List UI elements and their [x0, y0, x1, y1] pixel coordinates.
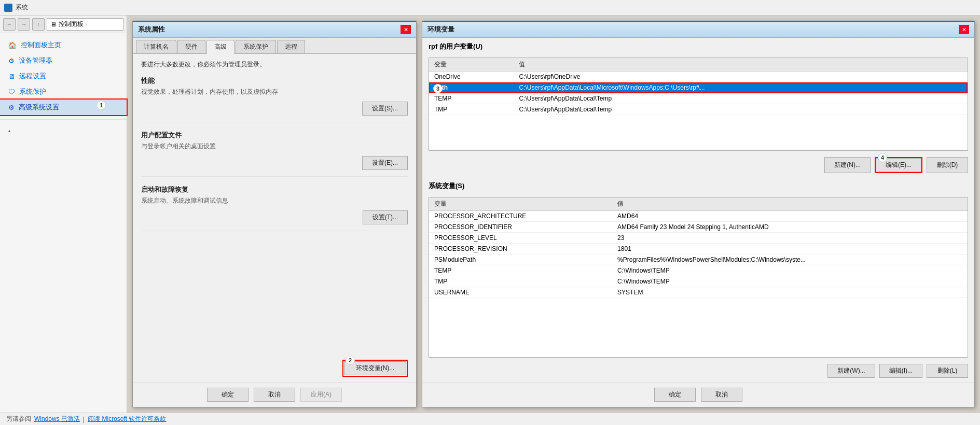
user-profiles-section: 用户配置文件 与登录帐户相关的桌面设置 设置(E)... [141, 131, 408, 177]
sidebar-item-home[interactable]: 🏠 控制面板主页 [0, 37, 127, 53]
title-bar-text: 系统 [16, 3, 28, 12]
user-val-col-header: 值 [514, 58, 968, 72]
title-bar: 系统 [0, 0, 980, 16]
sys-var-col-header: 变量 [429, 197, 612, 211]
table-row[interactable]: USERNAME SYSTEM [429, 287, 968, 298]
tab-advanced[interactable]: 高级 [206, 40, 234, 54]
sidebar-item-device[interactable]: ⚙ 设备管理器 [0, 53, 127, 68]
back-button[interactable]: ← [3, 18, 16, 31]
step1-badge: 1 [96, 101, 106, 110]
edit-button-container: 4 编辑(E)... [875, 157, 922, 173]
sidebar-item-advanced[interactable]: ⚙ 高级系统设置 1 [0, 100, 127, 115]
table-row[interactable]: TEMP C:\Windows\TEMP [429, 265, 968, 276]
env-ok-button[interactable]: 确定 [654, 388, 696, 402]
user-var-temp: TEMP [429, 93, 514, 104]
left-nav-list: 🏠 控制面板主页 ⚙ 设备管理器 🖥 远程设置 🛡 系统保护 ⚙ 高级系统设置 … [0, 33, 127, 144]
sys-delete-button[interactable]: 删除(L) [927, 364, 968, 378]
user-val-path: C:\Users\rpf\AppData\Local\Microsoft\Win… [514, 82, 968, 93]
table-row[interactable]: PROCESSOR_ARCHITECTURE AMD64 [429, 211, 968, 222]
system-props-dialog: 系统属性 ✕ 计算机名 硬件 高级 系统保护 远程 要进行大多数更改，你必须作为… [132, 21, 417, 407]
up-button[interactable]: ↑ [32, 18, 45, 31]
warning-text: 要进行大多数更改，你必须作为管理员登录。 [141, 60, 408, 69]
user-vars-btns: 新建(N)... 4 编辑(E)... 删除(D) [422, 153, 974, 177]
cancel-button[interactable]: 取消 [254, 388, 295, 402]
step3-badge: 3 [433, 84, 443, 93]
dialog-content: 要进行大多数更改，你必须作为管理员登录。 性能 视觉效果，处理器计划，内存使用，… [133, 54, 416, 352]
sys-vars-section: 系统变量(S) [422, 177, 974, 197]
user-var-col-header: 变量 [429, 58, 514, 72]
path-row[interactable]: Path 3 C:\Users\rpf\AppData\Local\Micros… [429, 82, 968, 93]
breadcrumb-text: 控制面板 [59, 20, 84, 29]
env-button-container: 2 环境变量(N)... [342, 360, 408, 377]
advanced-icon: ⚙ [8, 104, 15, 111]
dialog-title-bar: 系统属性 ✕ [133, 22, 416, 38]
status-separator: | [83, 416, 85, 423]
env-variables-dialog: 环境变量 ✕ rpf 的用户变量(U) 变量 值 OneDrive [422, 21, 975, 407]
ok-button[interactable]: 确定 [207, 388, 249, 402]
status-bar-left: 另请参阅 [6, 415, 31, 423]
user-val-ondrive: C:\Users\rpf\OneDrive [514, 72, 968, 82]
user-val-tmp: C:\Users\rpf\AppData\Local\Temp [514, 104, 968, 115]
home-icon: 🏠 [8, 41, 17, 49]
dialog-footer: 确定 取消 应用(A) [133, 382, 416, 407]
startup-settings-button[interactable]: 设置(T)... [363, 210, 408, 224]
sys-var-3: PROCESSOR_REVISION [429, 244, 612, 254]
tab-bar: 计算机名 硬件 高级 系统保护 远程 [133, 38, 416, 54]
startup-title: 启动和故障恢复 [141, 185, 408, 194]
table-row[interactable]: OneDrive C:\Users\rpf\OneDrive [429, 72, 968, 82]
breadcrumb-icon: 🖥 [50, 21, 57, 28]
breadcrumb-separator: › [85, 21, 87, 28]
performance-section: 性能 视觉效果，处理器计划，内存使用，以及虚拟内存 设置(S)... [141, 76, 408, 122]
sys-vars-btns: 新建(W)... 编辑(I)... 删除(L) [422, 360, 974, 382]
step4-badge: 4 [878, 153, 887, 162]
startup-section: 启动和故障恢复 系统启动、系统故障和调试信息 设置(T)... [141, 185, 408, 231]
env-cancel-button[interactable]: 取消 [701, 388, 742, 402]
sys-edit-button[interactable]: 编辑(I)... [879, 364, 922, 378]
sidebar-item-remote[interactable]: 🖥 远程设置 [0, 68, 127, 84]
performance-desc: 视觉效果，处理器计划，内存使用，以及虚拟内存 [141, 88, 408, 96]
user-profiles-settings-button[interactable]: 设置(E)... [362, 156, 408, 170]
table-row[interactable]: PSModulePath %ProgramFiles%\WindowsPower… [429, 254, 968, 265]
table-row[interactable]: PROCESSOR_REVISION 1801 [429, 244, 968, 254]
user-val-temp: C:\Users\rpf\AppData\Local\Temp [514, 93, 968, 104]
performance-title: 性能 [141, 76, 408, 86]
table-row[interactable]: TMP C:\Users\rpf\AppData\Local\Temp [429, 104, 968, 115]
user-vars-table-wrapper: 变量 值 OneDrive C:\Users\rpf\OneDrive Path… [429, 58, 968, 151]
table-row[interactable]: TMP C:\Windows\TEMP [429, 276, 968, 287]
sys-val-7: SYSTEM [612, 287, 968, 298]
status-link-license[interactable]: 阅读 Microsoft 软件许可条款 [88, 415, 166, 423]
env-dialog-close-button[interactable]: ✕ [959, 25, 969, 34]
tab-hardware[interactable]: 硬件 [177, 40, 205, 53]
table-row[interactable]: TEMP C:\Users\rpf\AppData\Local\Temp [429, 93, 968, 104]
sidebar-item-protection[interactable]: 🛡 系统保护 [0, 84, 127, 100]
sys-val-2: 23 [612, 233, 968, 244]
status-link-activated[interactable]: Windows 已激活 [34, 415, 80, 423]
sys-val-0: AMD64 [612, 211, 968, 222]
breadcrumb: 🖥 控制面板 › [47, 18, 123, 31]
sys-var-2: PROCESSOR_LEVEL [429, 233, 612, 244]
tab-remote[interactable]: 远程 [277, 40, 305, 53]
performance-settings-button[interactable]: 设置(S)... [362, 102, 408, 116]
env-dialog-title-text: 环境变量 [427, 25, 454, 34]
sidebar-item-label-device: 设备管理器 [19, 56, 52, 65]
tab-system-protection[interactable]: 系统保护 [236, 40, 276, 53]
main-container: ← → ↑ 🖥 控制面板 › 🏠 控制面板主页 ⚙ 设备管理器 🖥 远程设置 [0, 16, 980, 413]
table-row[interactable]: PROCESSOR_LEVEL 23 [429, 233, 968, 244]
user-delete-button[interactable]: 删除(D) [927, 157, 968, 173]
apply-button[interactable]: 应用(A) [300, 388, 342, 402]
sys-new-button[interactable]: 新建(W)... [827, 364, 875, 378]
divider [0, 119, 127, 120]
sidebar-item-label-home: 控制面板主页 [21, 40, 61, 50]
table-row[interactable]: PROCESSOR_IDENTIFIER AMD64 Family 23 Mod… [429, 222, 968, 233]
title-bar-icon [4, 4, 12, 12]
sys-var-6: TMP [429, 276, 612, 287]
user-vars-table: 变量 值 OneDrive C:\Users\rpf\OneDrive Path… [429, 58, 968, 115]
sys-var-5: TEMP [429, 265, 612, 276]
startup-desc: 系统启动、系统故障和调试信息 [141, 196, 408, 205]
sidebar-item-label-protection: 系统保护 [19, 87, 46, 96]
sys-var-0: PROCESSOR_ARCHITECTURE [429, 211, 612, 222]
forward-button[interactable]: → [18, 18, 30, 31]
tab-computer-name[interactable]: 计算机名 [136, 40, 176, 53]
dialog-close-button[interactable]: ✕ [401, 25, 411, 34]
user-new-button[interactable]: 新建(N)... [824, 157, 871, 173]
